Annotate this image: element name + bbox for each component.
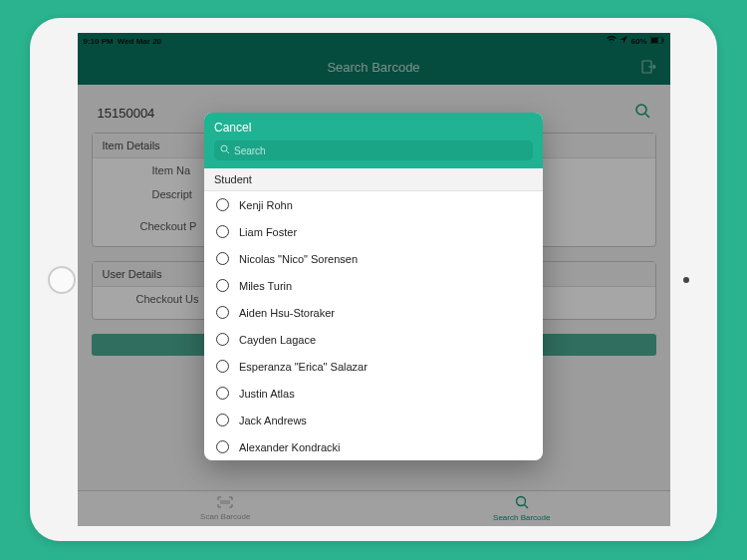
radio-icon[interactable]	[216, 225, 229, 238]
student-name: Jack Andrews	[239, 415, 307, 426]
student-name: Esperanza "Erica" Salazar	[239, 361, 368, 373]
screen: 9:10 PM Wed Mar 20 60% Search Barcode	[78, 33, 670, 526]
student-name: Alexander Kondracki	[239, 441, 341, 453]
radio-icon[interactable]	[216, 387, 229, 400]
student-list[interactable]: Kenji RohnLiam FosterNicolas "Nico" Sore…	[204, 191, 543, 460]
cancel-button[interactable]: Cancel	[214, 119, 533, 140]
home-button[interactable]	[48, 266, 76, 294]
student-row[interactable]: Cayden Lagace	[204, 326, 543, 353]
student-row[interactable]: Alexander Kondracki	[204, 433, 543, 460]
radio-icon[interactable]	[216, 252, 229, 265]
radio-icon[interactable]	[216, 440, 229, 453]
modal-header: Cancel Search	[204, 113, 543, 168]
student-row[interactable]: Jack Andrews	[204, 407, 543, 433]
student-row[interactable]: Liam Foster	[204, 218, 543, 245]
search-input-icon	[220, 144, 230, 156]
student-row[interactable]: Kenji Rohn	[204, 191, 543, 218]
radio-icon[interactable]	[216, 414, 229, 426]
student-section-header: Student	[204, 168, 543, 191]
student-name: Cayden Lagace	[239, 334, 316, 346]
radio-icon[interactable]	[216, 360, 229, 373]
svg-point-8	[221, 145, 227, 151]
student-name: Kenji Rohn	[239, 199, 293, 211]
tablet-frame: 9:10 PM Wed Mar 20 60% Search Barcode	[30, 18, 717, 541]
student-row[interactable]: Justin Atlas	[204, 380, 543, 407]
student-name: Nicolas "Nico" Sorensen	[239, 253, 358, 265]
student-row[interactable]: Nicolas "Nico" Sorensen	[204, 245, 543, 272]
svg-line-9	[227, 151, 230, 154]
student-name: Aiden Hsu-Storaker	[239, 307, 335, 319]
student-row[interactable]: Aiden Hsu-Storaker	[204, 299, 543, 326]
student-name: Miles Turin	[239, 280, 292, 292]
student-name: Justin Atlas	[239, 388, 295, 400]
radio-icon[interactable]	[216, 333, 229, 346]
student-picker-modal: Cancel Search Student Kenji RohnLiam Fos…	[204, 113, 543, 460]
camera-icon	[683, 277, 689, 283]
radio-icon[interactable]	[216, 306, 229, 319]
radio-icon[interactable]	[216, 198, 229, 211]
search-placeholder: Search	[234, 145, 266, 156]
student-name: Liam Foster	[239, 226, 297, 238]
student-row[interactable]: Esperanza "Erica" Salazar	[204, 353, 543, 380]
student-row[interactable]: Miles Turin	[204, 272, 543, 299]
radio-icon[interactable]	[216, 279, 229, 292]
modal-search-field[interactable]: Search	[214, 140, 533, 160]
